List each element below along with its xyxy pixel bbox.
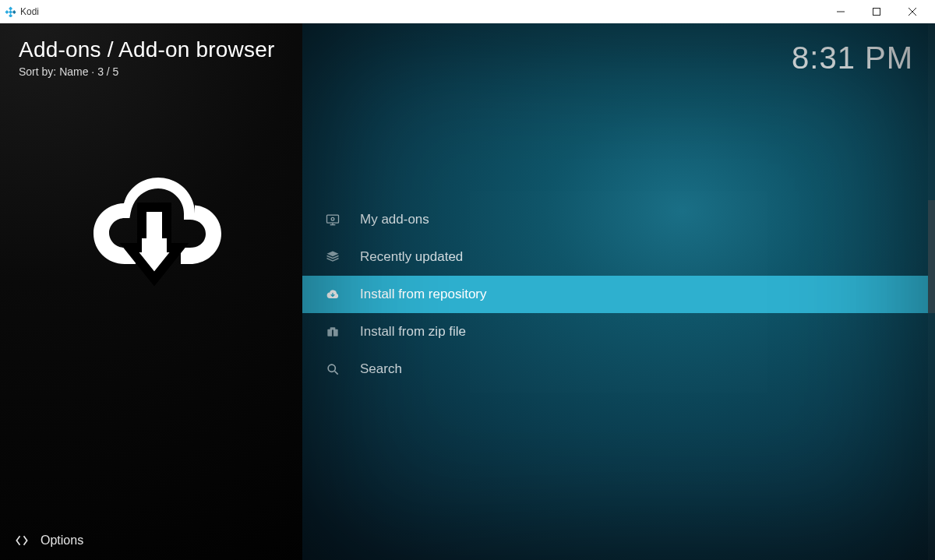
svg-rect-16 [332,329,333,336]
menu-item-install-from-repository[interactable]: Install from repository [302,276,935,313]
scrollbar-thumb[interactable] [928,200,935,313]
svg-line-19 [335,372,338,375]
menu-item-search[interactable]: Search [302,350,935,388]
clock: 8:31 PM [792,41,913,76]
app-window: Kodi Add-ons / Add-on browser Sort by: N… [0,0,935,560]
menu-item-recently-updated[interactable]: Recently updated [302,238,935,276]
svg-rect-3 [12,10,16,14]
main-panel: 8:31 PM My add-ons [302,23,935,560]
menu-item-label: My add-ons [360,212,429,227]
menu-item-my-addons[interactable]: My add-ons [302,201,935,238]
menu-item-install-from-zip[interactable]: Install from zip file [302,313,935,350]
minimize-icon [836,7,845,16]
options-label: Options [41,534,83,548]
svg-rect-6 [873,8,880,15]
titlebar: Kodi [0,0,935,23]
box-open-icon [324,249,341,265]
svg-rect-4 [9,13,12,16]
sidebar-hero-icon-wrap [0,78,302,521]
monitor-addons-icon [324,212,341,227]
svg-rect-2 [9,10,12,14]
sidebar: Add-ons / Add-on browser Sort by: Name ·… [0,23,302,560]
svg-point-14 [331,217,334,220]
zip-file-icon [324,324,341,340]
maximize-icon [872,7,881,16]
svg-rect-1 [5,10,9,14]
sort-and-position: Sort by: Name · 3 / 5 [19,65,284,78]
svg-rect-17 [330,327,336,329]
app-title: Kodi [20,6,39,17]
close-icon [908,7,917,16]
sidebar-footer[interactable]: Options [0,521,302,560]
maximize-button[interactable] [859,0,894,23]
menu-item-label: Search [360,361,402,377]
svg-rect-11 [327,215,339,223]
main-scrollbar[interactable] [928,23,935,560]
svg-rect-0 [9,6,12,10]
minimize-button[interactable] [823,0,859,23]
menu-item-label: Install from repository [360,287,487,302]
breadcrumb-block: Add-ons / Add-on browser Sort by: Name ·… [0,23,302,78]
cloud-download-hero-icon [73,148,229,304]
content-area: Add-ons / Add-on browser Sort by: Name ·… [0,23,935,560]
options-icon [14,533,30,548]
kodi-logo-icon [5,6,16,17]
menu-item-label: Recently updated [360,249,463,265]
breadcrumb: Add-ons / Add-on browser [19,37,284,62]
svg-point-18 [328,365,335,372]
menu-item-label: Install from zip file [360,324,466,340]
window-controls [823,0,930,23]
svg-rect-10 [142,238,167,254]
cloud-download-icon [324,287,341,302]
addon-menu: My add-ons Recently updated [302,201,935,388]
close-button[interactable] [894,0,930,23]
app-identity: Kodi [5,6,39,17]
search-icon [324,361,341,377]
